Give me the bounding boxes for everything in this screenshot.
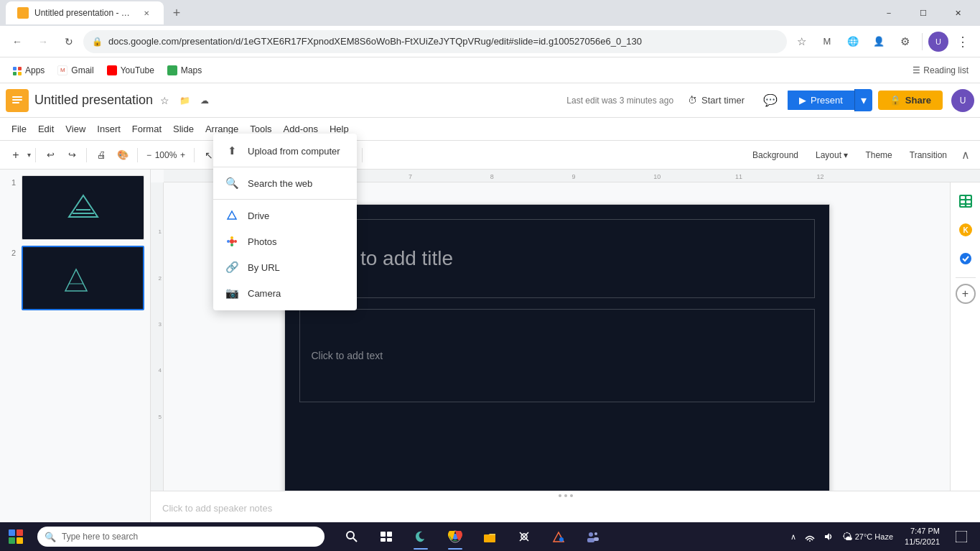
active-tab[interactable]: Untitled presentation - Google S ✕ (6, 1, 164, 24)
minimize-button[interactable]: − (872, 0, 905, 26)
toolbar-separator-1 (35, 148, 36, 162)
svg-point-24 (230, 244, 233, 246)
taskbar-chrome-button[interactable] (439, 522, 471, 551)
taskbar-snip-button[interactable] (508, 522, 540, 551)
maximize-button[interactable]: ☐ (907, 0, 940, 26)
svg-rect-3 (12, 102, 19, 103)
bookmark-gmail[interactable]: M Gmail (52, 62, 99, 78)
forward-button[interactable]: → (32, 30, 55, 53)
taskbar-search-bar[interactable]: 🔍 Type here to search (37, 527, 325, 547)
slide-preview-2[interactable] (22, 246, 144, 310)
redo-button[interactable]: ↪ (62, 145, 82, 165)
add-slide-button[interactable]: + (6, 145, 26, 165)
slide-content-area[interactable]: Click to add text (299, 309, 815, 402)
paint-format-button[interactable]: 🎨 (113, 145, 133, 165)
translate-button[interactable]: 🌐 (841, 30, 864, 53)
slide-thumb-2[interactable]: 2 (6, 246, 144, 310)
new-tab-button[interactable]: + (167, 3, 187, 23)
menu-insert[interactable]: Insert (91, 121, 126, 137)
star-button[interactable]: ☆ (156, 92, 173, 109)
notifications-button[interactable] (948, 522, 974, 551)
background-button[interactable]: Background (745, 147, 806, 163)
menu-slide[interactable]: Slide (167, 121, 200, 137)
gmail-extension-button[interactable]: M (816, 30, 839, 53)
print-button[interactable]: 🖨 (91, 145, 111, 165)
camera-label: Camera (248, 288, 281, 299)
transition-button[interactable]: Transition (902, 147, 954, 163)
menu-edit[interactable]: Edit (32, 121, 60, 137)
close-button[interactable]: ✕ (941, 0, 974, 26)
taskbar-explorer-button[interactable] (474, 522, 505, 551)
share-button[interactable]: 🔒 Share (878, 91, 943, 110)
bookmark-apps[interactable]: Apps (6, 62, 50, 78)
taskbar-network-icon[interactable] (802, 532, 818, 542)
layout-button[interactable]: Layout ▾ (808, 147, 855, 163)
comment-button[interactable]: 💬 (759, 89, 782, 112)
extensions-button[interactable]: ⚙ (893, 30, 916, 53)
upload-from-computer-item[interactable]: ⬆ Upload from computer (213, 138, 357, 164)
zoom-control[interactable]: − 100% + (142, 149, 190, 162)
sidebar-keep-icon[interactable]: K (953, 217, 979, 243)
move-to-button[interactable]: 📁 (176, 92, 193, 109)
drive-label: Drive (248, 210, 269, 221)
sidebar-sheets-icon[interactable] (953, 188, 979, 214)
taskbar-chevron-button[interactable]: ∧ (788, 532, 799, 542)
weather-icon: 🌤 (842, 531, 852, 542)
address-bar[interactable]: 🔒 docs.google.com/presentation/d/1eGTXE6… (83, 30, 787, 53)
camera-item[interactable]: 📷 Camera (213, 280, 357, 306)
svg-point-27 (347, 532, 354, 539)
user-avatar[interactable]: U (951, 89, 974, 112)
start-timer-button[interactable]: ⏱ Start timer (679, 91, 753, 110)
present-button[interactable]: ▶ Present (788, 91, 854, 110)
profiles-button[interactable]: 👤 (867, 30, 890, 53)
taskbar-paint-button[interactable] (543, 522, 574, 551)
taskbar-search-button[interactable] (336, 522, 368, 551)
sidebar-add-button[interactable]: + (956, 284, 976, 304)
present-dropdown-button[interactable]: ▾ (854, 89, 872, 111)
cloud-save-button[interactable]: ☁ (196, 92, 213, 109)
taskbar-teams-button[interactable] (577, 522, 609, 551)
bookmark-youtube[interactable]: YouTube (101, 62, 160, 78)
menu-format[interactable]: Format (126, 121, 167, 137)
speaker-notes[interactable]: Click to add speaker notes (151, 491, 980, 525)
theme-button[interactable]: Theme (858, 147, 899, 163)
slide-title-area[interactable]: Click to add title (299, 219, 815, 298)
doc-title: Untitled presentation (34, 93, 153, 108)
taskbar-weather[interactable]: 🌤 27°C Haze (839, 531, 896, 542)
taskbar-volume-icon[interactable] (821, 532, 836, 542)
reading-list-button[interactable]: ☰ Reading list (907, 62, 974, 78)
menu-file[interactable]: File (6, 121, 32, 137)
toolbar-expand-button[interactable]: ∧ (957, 147, 974, 164)
slide-preview-1[interactable] (22, 175, 144, 240)
taskbar-taskview-button[interactable] (370, 522, 402, 551)
taskbar-search-text: Type here to search (62, 532, 138, 542)
start-button[interactable] (0, 522, 32, 551)
svg-point-20 (960, 253, 971, 264)
browser-profile[interactable]: U (928, 32, 948, 52)
menu-view[interactable]: View (60, 121, 91, 137)
byurl-item[interactable]: 🔗 By URL (213, 254, 357, 280)
add-dropdown-arrow[interactable]: ▾ (27, 151, 31, 159)
toolbar-separator-4 (194, 148, 195, 162)
browser-menu-button[interactable]: ⋮ (951, 30, 974, 53)
taskbar-edge-button[interactable] (405, 522, 437, 551)
slide-main[interactable]: Click to add title Click to add text (284, 204, 830, 491)
undo-button[interactable]: ↩ (40, 145, 60, 165)
bookmark-star-button[interactable]: ☆ (790, 30, 813, 53)
search-web-item[interactable]: 🔍 Search the web (213, 170, 357, 196)
last-edit-text: Last edit was 3 minutes ago (566, 96, 673, 106)
reload-button[interactable]: ↻ (57, 30, 80, 53)
slide-thumb-1[interactable]: 1 (6, 175, 144, 240)
back-button[interactable]: ← (6, 30, 29, 53)
bookmark-maps[interactable]: Maps (162, 62, 207, 78)
divider (922, 33, 923, 50)
svg-rect-15 (966, 200, 971, 203)
drive-item[interactable]: Drive (213, 203, 357, 228)
reading-list-label: Reading list (923, 65, 969, 75)
timer-icon: ⏱ (688, 95, 697, 106)
share-label: Share (905, 95, 931, 106)
sidebar-tasks-icon[interactable] (953, 246, 979, 272)
tab-close-button[interactable]: ✕ (141, 7, 152, 19)
taskbar-clock[interactable]: 7:47 PM 11/5/2021 (899, 526, 946, 548)
photos-item[interactable]: Photos (213, 228, 357, 254)
